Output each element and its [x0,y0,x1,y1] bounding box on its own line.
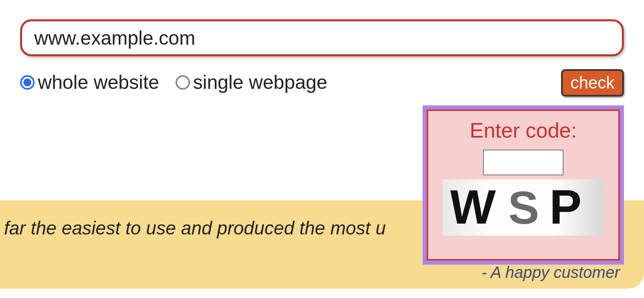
scope-radio-group: whole website single webpage [20,73,327,92]
svg-text:S: S [507,182,540,233]
svg-text:W: W [448,181,497,234]
captcha-svg-icon: W S P [447,181,600,234]
radio-dot-icon [23,78,31,86]
testimonial-attribution: - A happy customer [481,263,620,282]
captcha-panel: Enter code: W S P [423,105,624,265]
radio-label-single-webpage: single webpage [193,73,328,92]
captcha-input[interactable] [483,150,564,175]
url-input[interactable] [20,19,624,56]
check-button-label: check [570,74,615,91]
radio-single-webpage[interactable]: single webpage [175,73,328,92]
captcha-title: Enter code: [470,118,577,142]
radio-indicator-selected [20,75,35,90]
scope-options-row: whole website single webpage [20,64,624,101]
svg-text:P: P [549,181,582,234]
captcha-inner: Enter code: W S P [427,109,620,261]
page-root: whole website single webpage check far t… [0,0,644,298]
captcha-image: W S P [443,179,604,236]
check-button[interactable]: check [561,69,624,97]
radio-whole-website[interactable]: whole website [20,73,159,92]
radio-label-whole-website: whole website [38,73,159,92]
radio-indicator-unselected [175,75,190,90]
